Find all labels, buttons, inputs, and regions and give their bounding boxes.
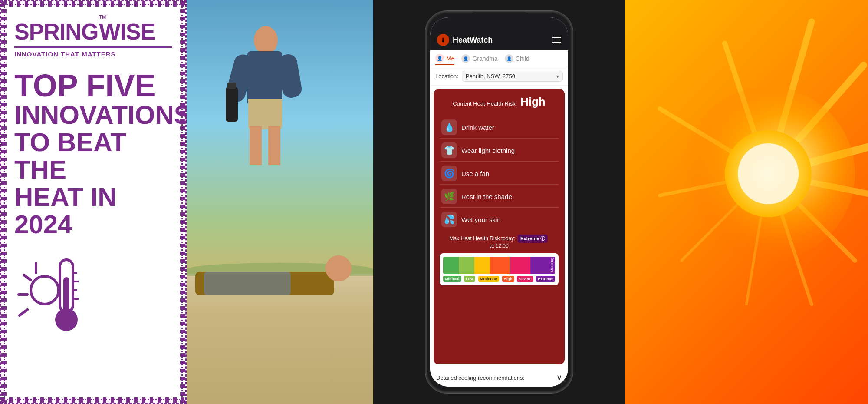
profile-label-grandma: Grandma [472,55,497,62]
profile-tab-child[interactable]: 👤 Child [505,54,529,65]
risk-bar: Now Max today [443,257,555,274]
risk-bar-labels: Minimal Low Moderate High Severe Extreme [443,276,555,282]
tip-icon-fan: 🌀 [441,166,457,181]
max-risk-prefix: Max Heat Health Risk today: [450,235,516,242]
profile-icon-me: 👤 [435,54,444,63]
profile-icon-child: 👤 [505,54,513,63]
tip-icon-shade: 🌿 [441,189,457,204]
tip-shade: 🌿 Rest in the shade [440,185,559,208]
canister [226,87,238,122]
sun-rays-group [660,22,868,304]
phone-screen: 🌡 HeatWatch 👤 Me 👤 Grandma [430,17,568,387]
svg-rect-6 [63,277,69,312]
phone-notch [473,12,525,24]
dotted-border-top [1,1,185,7]
profile-tab-grandma[interactable]: 👤 Grandma [461,54,497,65]
headline-line2: INNOVATIONS [14,101,172,129]
seg-severe [510,257,530,274]
tip-wet-skin: 💦 Wet your skin [440,209,559,230]
profile-tabs: 👤 Me 👤 Grandma 👤 Child [430,50,568,67]
label-minimal: Minimal [443,276,461,282]
profile-tab-me[interactable]: 👤 Me [435,54,454,65]
standing-person-leg-left [250,126,262,165]
tip-text-shade: Rest in the shade [461,193,512,200]
tip-icon-water: 💧 [441,119,457,135]
seg-low [459,257,474,274]
cooling-chevron-icon: ∨ [556,373,562,382]
logo-divider [14,46,172,48]
profile-label-me: Me [446,55,454,62]
lying-person-vest [204,272,291,295]
tip-light-clothing: 👕 Wear light clothing [440,139,559,162]
logo-spring: SPRING [14,20,98,43]
app-panel: 🌡 HeatWatch 👤 Me 👤 Grandma [373,0,625,404]
standing-person-head [254,26,278,54]
seg-high: Now [490,257,510,274]
heat-risk-level: High [520,95,546,108]
profile-label-child: Child [516,55,529,62]
lying-person-head [326,255,352,281]
location-dropdown-icon: ▾ [556,73,559,79]
hamburger-menu[interactable] [552,37,561,43]
label-moderate: Moderate [478,276,499,282]
tip-text-fan: Use a fan [461,170,489,177]
max-risk-time: at 12:00 [490,243,508,249]
sun-svg [625,0,868,404]
location-selector[interactable]: Penrith, NSW, 2750 ▾ [462,71,563,82]
profile-icon-grandma: 👤 [461,54,470,63]
tip-text-wet: Wet your skin [461,216,501,223]
springwise-panel: SPRING TM WISE INNOVATION THAT MATTERS T… [0,0,187,404]
app-icon: 🌡 [437,34,449,46]
label-low: Low [464,276,475,282]
tip-drink-water: 💧 Drink water [440,116,559,139]
headline-line1: TOP FIVE [14,70,172,101]
tip-text-water: Drink water [461,124,494,131]
tip-text-clothing: Wear light clothing [461,147,515,154]
standing-person-leg-right [268,126,280,165]
cooling-rec-row[interactable]: Detailed cooling recommendations: ∨ [430,368,568,387]
app-title: HeatWatch [453,36,493,45]
dotted-border-bottom [1,397,185,403]
location-label: Location: [435,73,458,79]
tip-icon-clothing: 👕 [441,142,457,158]
max-risk-badge: Extreme ⓘ [518,235,548,243]
springwise-logo: SPRING TM WISE INNOVATION THAT MATTERS [14,14,172,58]
max-risk-row: Max Heat Health Risk today: Extreme ⓘ at… [440,235,559,249]
dotted-border-left [1,1,7,403]
standing-person-shorts [248,99,282,129]
svg-line-1 [24,275,31,280]
heat-risk-title: Current Heat Health Risk: High [440,95,559,109]
logo-tagline: INNOVATION THAT MATTERS [14,50,172,58]
headline-line3: TO BEAT THE [14,129,172,183]
phone-frame: 🌡 HeatWatch 👤 Me 👤 Grandma [425,11,573,393]
thermometer-icon [14,251,172,338]
tip-fan: 🌀 Use a fan [440,162,559,185]
location-row: Location: Penrith, NSW, 2750 ▾ [430,67,568,86]
standing-person-body [247,51,282,103]
heat-risk-card: Current Heat Health Risk: High 💧 Drink w… [434,89,565,364]
dotted-border-right [180,1,185,403]
heat-tips-list: 💧 Drink water 👕 Wear light clothing 🌀 Us… [440,116,559,230]
label-extreme: Extreme [536,276,555,282]
tip-icon-wet: 💦 [441,212,457,227]
risk-bar-section: Now Max today Minimal Low Moderate High [440,253,559,285]
logo-wise: WISE [99,20,155,43]
seg-minimal [443,257,459,274]
label-high: High [502,276,514,282]
cooling-rec-label: Detailed cooling recommendations: [436,374,524,381]
svg-point-7 [55,308,78,331]
svg-point-4 [31,276,59,304]
svg-line-2 [20,310,27,315]
sun-panel [625,0,868,404]
photo-scene [187,0,373,404]
seg-moderate [474,257,490,274]
app-header-left: 🌡 HeatWatch [437,34,493,46]
headline-line4: HEAT IN 2024 [14,183,172,238]
seg-extreme: Max today [530,257,555,274]
svg-point-25 [738,143,799,204]
photo-panel [187,0,373,404]
app-icon-symbol: 🌡 [440,36,446,43]
location-text: Penrith, NSW, 2750 [466,73,515,79]
label-severe: Severe [517,276,533,282]
